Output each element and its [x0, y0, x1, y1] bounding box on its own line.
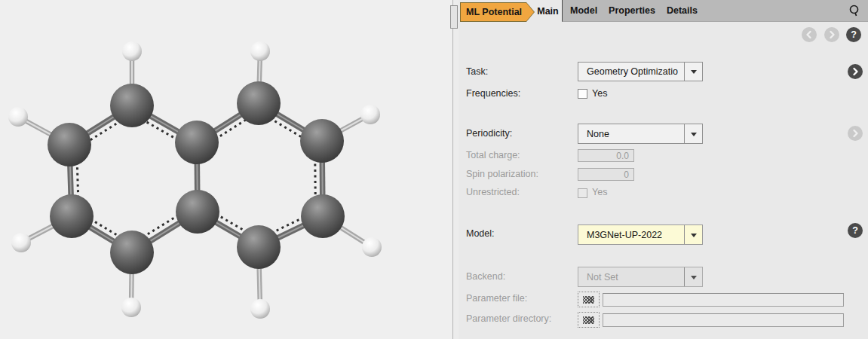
backend-dropdown: Not Set — [578, 267, 703, 287]
browse-icon — [583, 316, 594, 324]
hydrogen-atom[interactable] — [250, 299, 270, 319]
carbon-atom[interactable] — [48, 123, 91, 166]
unrestricted-checkbox — [578, 188, 587, 198]
carbon-atom[interactable] — [237, 225, 281, 269]
model-help-button[interactable]: ? — [848, 223, 863, 238]
hydrogen-atom[interactable] — [8, 107, 28, 127]
model-dropdown[interactable]: M3GNet-UP-2022 — [578, 224, 703, 245]
dropdown-separator — [684, 267, 685, 286]
hydrogen-atom[interactable] — [121, 298, 141, 317]
help-icon: ? — [851, 29, 857, 39]
parameter-directory-field[interactable] — [603, 313, 844, 327]
carbon-atom[interactable] — [301, 194, 345, 238]
model-value: M3GNet-UP-2022 — [587, 230, 662, 240]
panel-tab-label: ML Potential — [461, 3, 534, 21]
task-dropdown[interactable]: Geometry Optimizatio — [578, 62, 703, 81]
model-label: Model: — [466, 228, 495, 239]
molecule-viewer[interactable] — [0, 0, 452, 339]
search-icon — [847, 4, 862, 19]
frequencies-option-label[interactable]: Yes — [592, 88, 607, 99]
splitter-handle[interactable] — [450, 5, 458, 29]
spin-polarization-field — [578, 168, 634, 181]
hydrogen-atom[interactable] — [122, 41, 142, 61]
hydrogen-atom[interactable] — [362, 237, 382, 257]
help-icon: ? — [852, 225, 858, 235]
chevron-right-icon — [850, 128, 860, 139]
backend-value: Not Set — [587, 272, 618, 282]
bonds-layer — [18, 51, 372, 309]
carbon-atom[interactable] — [300, 119, 344, 163]
hydrogen-atom[interactable] — [250, 41, 270, 61]
ml-potential-window: Model Properties Details ML Potential Ma… — [0, 0, 868, 339]
dropdown-arrow-icon — [691, 234, 697, 237]
tab-properties[interactable]: Properties — [609, 5, 655, 16]
carbon-atom[interactable] — [110, 231, 154, 274]
carbon-atom[interactable] — [237, 81, 281, 125]
panel-help-button[interactable]: ? — [846, 27, 861, 42]
chevron-right-icon — [850, 66, 860, 77]
periodicity-value: None — [587, 129, 609, 139]
carbon-atom[interactable] — [176, 190, 219, 234]
hydrogen-atom[interactable] — [11, 233, 31, 252]
periodicity-dropdown[interactable]: None — [578, 124, 703, 144]
search-button[interactable] — [845, 2, 863, 20]
backend-label: Backend: — [466, 271, 505, 282]
chevron-left-icon — [804, 29, 814, 40]
periodicity-label: Periodicity: — [466, 128, 512, 139]
parameter-directory-label: Parameter directory: — [466, 313, 551, 324]
chevron-right-icon — [827, 29, 837, 40]
molecule-canvas[interactable] — [0, 0, 452, 339]
history-back-button — [802, 27, 817, 42]
dropdown-separator — [684, 225, 685, 244]
tab-strip: Model Properties Details — [562, 0, 868, 22]
parameter-directory-browse-button[interactable] — [578, 312, 600, 328]
hydrogen-atom[interactable] — [360, 105, 380, 124]
task-label: Task: — [466, 66, 488, 77]
tab-model[interactable]: Model — [570, 5, 597, 16]
parameter-file-label: Parameter file: — [466, 293, 527, 304]
history-forward-button — [824, 27, 839, 42]
dropdown-arrow-icon — [691, 70, 697, 74]
total-charge-label: Total charge: — [466, 150, 520, 160]
periodicity-details-button — [848, 126, 863, 141]
carbon-atom[interactable] — [175, 121, 219, 164]
dropdown-arrow-icon — [691, 276, 697, 279]
task-details-button[interactable] — [848, 64, 863, 79]
unrestricted-label: Unrestricted: — [466, 187, 520, 197]
unrestricted-option-label: Yes — [592, 187, 607, 197]
tab-main[interactable]: Main — [534, 0, 562, 22]
spin-polarization-label: Spin polarization: — [466, 169, 538, 179]
carbon-atom[interactable] — [50, 194, 94, 238]
parameter-file-field[interactable] — [603, 293, 844, 307]
dropdown-separator — [684, 124, 685, 143]
task-value: Geometry Optimizatio — [587, 66, 678, 77]
frequencies-label: Frequencies: — [466, 88, 520, 99]
dropdown-separator — [684, 63, 685, 81]
parameter-file-browse-button[interactable] — [578, 292, 600, 307]
browse-icon — [583, 296, 594, 304]
tab-details[interactable]: Details — [667, 5, 698, 16]
frequencies-checkbox[interactable] — [578, 89, 587, 99]
dropdown-arrow-icon — [691, 133, 697, 136]
total-charge-field — [578, 149, 634, 162]
panel-tab-ml-potential[interactable]: ML Potential — [460, 2, 535, 22]
carbon-atom[interactable] — [110, 84, 154, 127]
